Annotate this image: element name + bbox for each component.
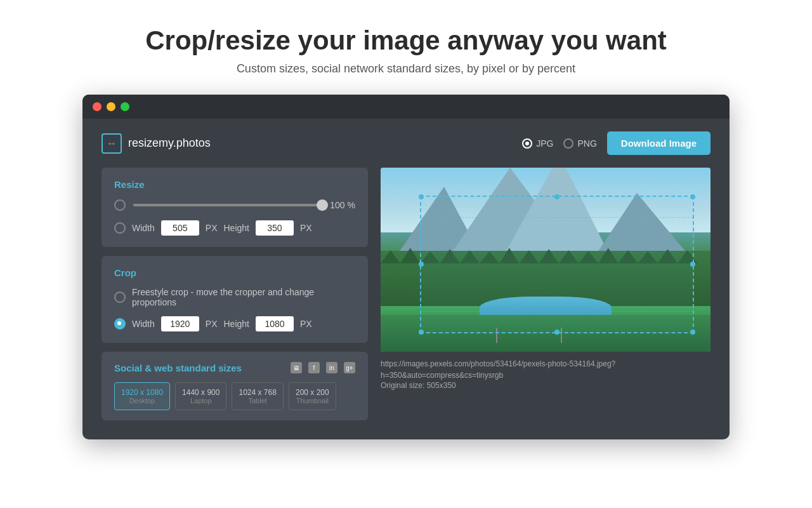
social-header: Social & web standard sizes 🖥 f in g+ (114, 362, 355, 373)
crop-handle-tm[interactable] (554, 194, 560, 199)
resize-height-unit: PX (300, 223, 312, 233)
format-png-option[interactable]: PNG (563, 138, 596, 149)
format-options: JPG PNG (522, 138, 597, 149)
crop-section-title: Crop (114, 267, 355, 278)
preset-tablet-size: 1024 x 768 (239, 388, 276, 397)
logo-text: resizemy.photos (128, 137, 211, 150)
resize-dim-radio[interactable] (114, 222, 126, 234)
preset-desktop-size: 1920 x 1080 (121, 388, 163, 397)
crop-handle-mr[interactable] (690, 262, 695, 267)
top-bar: ↔ resizemy.photos JPG PNG Download Image (102, 131, 710, 155)
crop-width-label: Width (132, 319, 155, 329)
preset-laptop-name: Laptop (182, 397, 219, 404)
png-label: PNG (577, 138, 596, 149)
page-header: Crop/resize your image anyway you want C… (0, 0, 812, 95)
crop-dimension-row: Width PX Height PX (114, 316, 355, 331)
social-section-title: Social & web standard sizes (114, 363, 242, 373)
crop-height-unit: PX (300, 319, 312, 329)
image-original-size: Original size: 505x350 (381, 381, 710, 390)
social-section: Social & web standard sizes 🖥 f in g+ 19… (102, 352, 368, 420)
resize-height-input[interactable] (256, 220, 294, 236)
preset-tablet[interactable]: 1024 x 768 Tablet (232, 382, 283, 410)
crop-width-input[interactable] (161, 316, 199, 331)
app-window: ↔ resizemy.photos JPG PNG Download Image (82, 95, 730, 439)
jpg-label: JPG (536, 138, 553, 149)
preset-thumbnail-name: Thumbnail (296, 397, 329, 404)
preset-tablet-name: Tablet (239, 397, 276, 404)
image-preview (381, 168, 710, 352)
logo: ↔ resizemy.photos (102, 133, 211, 154)
main-content: Resize 100 % Width (102, 168, 710, 420)
preset-desktop-name: Desktop (121, 397, 163, 404)
window-body: ↔ resizemy.photos JPG PNG Download Image (82, 119, 730, 439)
crop-handle-bm[interactable] (554, 330, 560, 335)
preset-laptop[interactable]: 1440 x 900 Laptop (175, 382, 226, 410)
crop-height-label: Height (223, 319, 249, 329)
right-panel: https://images.pexels.com/photos/534164/… (381, 168, 710, 420)
crop-handle-tl[interactable] (419, 194, 424, 199)
left-panel: Resize 100 % Width (102, 168, 368, 420)
crop-handle-ml[interactable] (419, 262, 424, 267)
maximize-button[interactable] (121, 102, 129, 111)
crop-handle-tr[interactable] (690, 194, 695, 199)
preset-desktop[interactable]: 1920 x 1080 Desktop (114, 382, 170, 410)
slider-track (133, 204, 322, 206)
slider-radio[interactable] (114, 199, 126, 211)
page-title: Crop/resize your image anyway you want (13, 25, 799, 56)
minimize-button[interactable] (107, 102, 115, 111)
slider-thumb[interactable] (317, 199, 328, 211)
download-button[interactable]: Download Image (607, 131, 710, 155)
png-radio[interactable] (563, 138, 573, 149)
crop-overlay[interactable] (420, 196, 694, 334)
crop-dim-radio[interactable] (114, 318, 126, 330)
crop-handle-br[interactable] (690, 330, 695, 335)
crop-width-unit: PX (206, 319, 218, 329)
page-subtitle: Custom sizes, social network standard si… (13, 62, 799, 76)
resize-width-input[interactable] (161, 220, 199, 236)
format-jpg-option[interactable]: JPG (522, 138, 553, 149)
crop-height-input[interactable] (256, 316, 294, 331)
freestyle-label: Freestyle crop - move the cropper and ch… (132, 287, 355, 307)
logo-symbol: ↔ (107, 138, 117, 149)
resize-section-title: Resize (114, 179, 355, 190)
logo-icon: ↔ (102, 133, 122, 154)
googleplus-icon[interactable]: g+ (344, 362, 355, 373)
percent-label: 100 % (330, 200, 355, 210)
preset-thumbnail[interactable]: 200 x 200 Thumbnail (289, 382, 336, 410)
freestyle-radio[interactable] (114, 291, 126, 303)
social-icons-row: 🖥 f in g+ (291, 362, 355, 373)
resize-width-unit: PX (206, 223, 218, 233)
crop-section: Crop Freestyle crop - move the cropper a… (102, 256, 368, 343)
size-presets: 1920 x 1080 Desktop 1440 x 900 Laptop 10… (114, 382, 355, 410)
resize-dimension-row: Width PX Height PX (114, 220, 355, 236)
linkedin-icon[interactable]: in (326, 362, 337, 373)
resize-height-label: Height (223, 223, 249, 233)
freestyle-row: Freestyle crop - move the cropper and ch… (114, 287, 355, 307)
resize-width-label: Width (132, 223, 155, 233)
close-button[interactable] (93, 102, 102, 111)
top-right: JPG PNG Download Image (522, 131, 710, 155)
preset-laptop-size: 1440 x 900 (182, 388, 219, 397)
slider-container[interactable] (133, 199, 322, 211)
monitor-icon: 🖥 (291, 362, 302, 373)
window-titlebar (82, 95, 730, 119)
resize-section: Resize 100 % Width (102, 168, 368, 247)
facebook-icon[interactable]: f (308, 362, 320, 373)
jpg-radio[interactable] (522, 138, 532, 149)
slider-row: 100 % (114, 199, 355, 211)
preset-thumbnail-size: 200 x 200 (296, 388, 329, 397)
image-url: https://images.pexels.com/photos/534164/… (381, 358, 710, 381)
slider-fill (133, 204, 322, 206)
